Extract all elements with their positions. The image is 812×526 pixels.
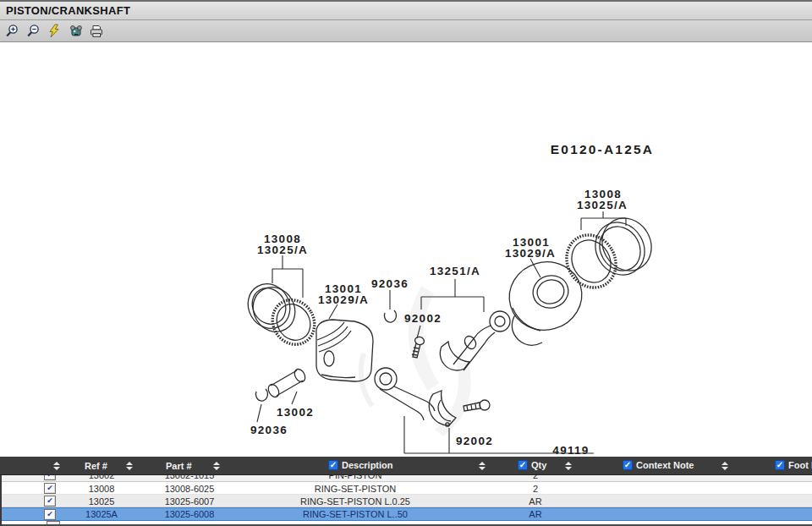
connecting-rod-lower[interactable]	[375, 368, 456, 426]
column-ref: Ref #	[85, 461, 107, 471]
row-edit-icon[interactable]	[44, 475, 56, 480]
table-row[interactable]: 13008 13008-6025 RING-SET-PISTON 2	[2, 482, 812, 495]
row-edit-icon	[47, 521, 60, 524]
parts-table: Ref # Part # Description Qty Context Not…	[0, 457, 812, 526]
column-context-note: Context Note	[636, 460, 694, 470]
label-pin[interactable]: 13002	[277, 406, 314, 419]
label-conrod-group[interactable]: 13251/A	[430, 265, 480, 277]
circlip-upper[interactable]	[384, 310, 396, 322]
column-qty-group: Qty	[518, 460, 546, 470]
flash-hotpoints-button[interactable]	[47, 24, 62, 39]
label-bolt-upper[interactable]: 92002	[404, 312, 442, 325]
column-foot-group: Foot Note	[775, 460, 812, 470]
sort-icon[interactable]	[52, 461, 61, 471]
page-title: PISTON/CRANKSHAFT	[6, 4, 130, 17]
sort-icon[interactable]	[212, 461, 221, 471]
foot-note-checkbox[interactable]	[775, 460, 785, 470]
zoom-in-icon	[5, 24, 19, 38]
circlip-lower[interactable]	[255, 389, 267, 401]
table-row[interactable]: 13025 13025-6007 RING-SET-PISTON L.0.25 …	[2, 495, 812, 507]
column-context-group: Context Note	[623, 460, 694, 470]
column-description: Description	[342, 460, 393, 470]
right-piston[interactable]	[502, 254, 590, 346]
print-button[interactable]	[89, 24, 104, 39]
row-edit-icon[interactable]	[44, 496, 56, 507]
cell-qty: 2	[474, 484, 597, 494]
sort-icon[interactable]	[564, 461, 573, 471]
diagram-toolbar	[0, 20, 812, 42]
label-right-rings-2[interactable]: 13025/A	[577, 199, 628, 211]
column-description-group: Description	[328, 460, 393, 470]
row-edit-icon[interactable]	[44, 509, 56, 520]
zoom-out-icon	[26, 24, 41, 38]
column-qty: Qty	[531, 460, 546, 470]
lightning-icon	[47, 24, 61, 38]
cell-ref: 13025A	[61, 509, 142, 519]
label-left-piston-2[interactable]: 13029/A	[318, 293, 369, 306]
left-piston-rings[interactable]	[240, 277, 323, 353]
label-left-rings-2[interactable]: 13025/A	[257, 244, 308, 256]
left-piston[interactable]	[316, 320, 373, 381]
connecting-rod-upper[interactable]	[440, 311, 510, 370]
parts-select-button[interactable]	[68, 24, 83, 39]
cell-qty: AR	[474, 509, 597, 519]
table-row-selected[interactable]: 13025A 13025-6008 RING-SET-PISTON L..50 …	[2, 507, 812, 521]
cell-desc: PIN-PISTON	[237, 475, 474, 480]
table-row[interactable]: 13002 13002-1015 PIN-PISTON 2	[2, 475, 812, 481]
exploded-diagram: E0120-A125A 13008 13025/A 13001 13029/A …	[0, 42, 812, 457]
zoom-out-button[interactable]	[25, 24, 41, 39]
parts-select-icon	[69, 25, 83, 38]
cell-desc: RING-SET-PISTON	[237, 484, 474, 494]
label-clip-upper[interactable]: 92036	[371, 277, 409, 290]
table-header: Ref # Part # Description Qty Context Not…	[0, 457, 812, 475]
row-edit-icon[interactable]	[44, 483, 56, 494]
description-checkbox[interactable]	[328, 460, 338, 470]
label-clip-lower[interactable]: 92036	[250, 424, 288, 436]
table-row-clipped: 13002 13002-1015 PIN-PISTON 2	[2, 475, 812, 482]
cell-part: 13002-1015	[142, 475, 237, 480]
zoom-in-button[interactable]	[4, 24, 19, 39]
diagram-code-label: E0120-A125A	[551, 142, 654, 156]
column-part: Part #	[166, 461, 192, 471]
label-crankshaft[interactable]: 49119	[552, 444, 589, 457]
piston-pin[interactable]	[266, 367, 308, 398]
qty-checkbox[interactable]	[518, 460, 528, 470]
sort-icon[interactable]	[478, 461, 486, 471]
watermark	[361, 286, 471, 436]
cell-desc: RING-SET-PISTON L.0.25	[237, 496, 474, 507]
column-foot-note: Foot Note	[788, 460, 812, 470]
cell-qty: AR	[474, 496, 597, 507]
label-bolt-lower[interactable]: 92002	[456, 435, 493, 447]
sort-icon[interactable]	[125, 461, 134, 471]
print-icon	[89, 25, 104, 38]
cell-qty: 2	[474, 475, 597, 480]
cell-part: 13025-6008	[142, 509, 237, 519]
sort-icon[interactable]	[721, 461, 729, 471]
cell-ref: 13025	[61, 496, 142, 507]
label-right-piston-2[interactable]: 13029/A	[505, 247, 556, 260]
context-note-checkbox[interactable]	[623, 460, 633, 470]
cell-ref: 13008	[61, 484, 142, 494]
table-body: 13002 13002-1015 PIN-PISTON 2 13008 1300…	[0, 475, 812, 526]
diagram-canvas: E0120-A125A 13008 13025/A 13001 13029/A …	[0, 42, 812, 457]
cell-desc: RING-SET-PISTON L..50	[237, 509, 474, 519]
cell-ref: 13002	[61, 475, 142, 480]
cell-part: 13025-6007	[142, 496, 237, 507]
cell-part: 13008-6025	[142, 484, 237, 494]
right-piston-rings[interactable]	[557, 209, 661, 296]
title-bar: PISTON/CRANKSHAFT	[0, 0, 812, 20]
